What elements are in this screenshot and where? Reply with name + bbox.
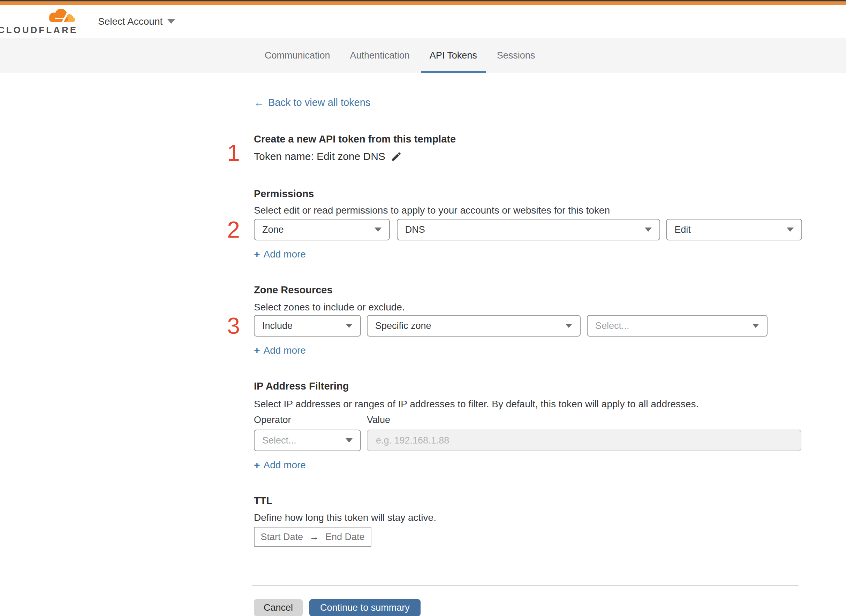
edit-token-name-button[interactable] [391,151,402,162]
section-description: Select edit or read permissions to apply… [254,204,802,217]
chevron-down-icon [375,227,381,232]
zone-picker-select[interactable]: Select... [587,315,768,337]
tab-communication[interactable]: Communication [256,38,339,73]
token-name-section: 1 Create a new API token from this templ… [254,132,802,164]
arrow-right-icon: → [309,531,319,543]
plus-icon: + [254,248,260,261]
profile-tabbar: Communication Authentication API Tokens … [0,38,846,73]
chevron-down-icon [645,227,652,232]
step-number-3: 3 [227,314,240,337]
section-description: Select IP addresses or ranges of IP addr… [254,397,802,411]
add-more-label: Add more [263,344,306,357]
chevron-down-icon [752,324,759,328]
cancel-button[interactable]: Cancel [254,599,303,616]
ttl-date-range-picker[interactable]: Start Date → End Date [254,527,371,547]
section-heading: IP Address Filtering [254,380,802,393]
ip-operator-select[interactable]: Select... [254,430,361,451]
add-more-label: Add more [263,459,306,471]
ttl-section: TTL Define how long this token will stay… [254,494,802,547]
zone-resources-add-more-link[interactable]: + Add more [254,344,306,357]
permission-scope-select[interactable]: Zone [254,219,390,241]
token-template-form: ← Back to view all tokens 1 Create a new… [254,73,802,616]
account-selector[interactable]: Select Account [98,16,175,27]
end-date-label: End Date [325,532,365,543]
tab-label: Sessions [497,50,535,61]
chevron-down-icon [346,438,353,443]
select-value: Zone [262,224,284,235]
cloudflare-logo[interactable]: CLOUDFLARE [9,7,78,35]
select-value: Select... [262,435,296,446]
plus-icon: + [254,344,260,357]
section-heading: Create a new API token from this templat… [254,132,802,146]
cloudflare-wordmark: CLOUDFLARE [0,25,78,35]
section-heading: Permissions [254,187,802,200]
ip-filtering-add-more-link[interactable]: + Add more [254,459,306,471]
permissions-section: 2 Permissions Select edit or read permis… [254,187,802,261]
zone-include-exclude-select[interactable]: Include [254,315,361,337]
chevron-down-icon [168,19,175,24]
continue-to-summary-button[interactable]: Continue to summary [309,599,421,616]
permission-access-select[interactable]: Edit [666,219,802,241]
section-description: Select zones to include or exclude. [254,301,802,314]
step-number-2: 2 [227,218,240,241]
permission-group-select[interactable]: DNS [397,219,660,241]
select-value: Edit [674,224,691,235]
select-value: Specific zone [375,321,431,331]
ip-filtering-section: IP Address Filtering Select IP addresses… [254,380,802,471]
section-description: Define how long this token will stay act… [254,511,802,524]
top-accent-orange-bar [0,1,846,5]
select-value: DNS [405,224,425,235]
cloudflare-cloud-icon [44,7,78,24]
back-arrow-icon: ← [254,97,264,109]
token-name-text: Token name: Edit zone DNS [254,149,385,164]
account-selector-label: Select Account [98,16,162,27]
operator-label: Operator [254,415,367,425]
zone-resources-section: 3 Zone Resources Select zones to include… [254,283,802,357]
app-header: CLOUDFLARE Select Account [0,5,846,38]
step-number-1: 1 [227,141,240,164]
back-to-tokens-link[interactable]: ← Back to view all tokens [254,97,370,109]
tab-label: API Tokens [430,50,477,61]
plus-icon: + [254,459,260,471]
pencil-icon [391,151,402,162]
section-heading: Zone Resources [254,283,802,296]
chevron-down-icon [346,324,353,328]
start-date-label: Start Date [260,532,303,543]
tab-api-tokens[interactable]: API Tokens [421,38,486,73]
tab-authentication[interactable]: Authentication [341,38,418,73]
add-more-label: Add more [263,248,306,261]
tab-label: Authentication [350,50,410,61]
select-value: Include [262,321,293,331]
chevron-down-icon [787,227,794,232]
section-heading: TTL [254,494,802,507]
tab-sessions[interactable]: Sessions [488,38,544,73]
ip-value-input[interactable] [367,430,801,451]
select-value: Select... [595,321,630,331]
permissions-add-more-link[interactable]: + Add more [254,248,306,261]
zone-scope-select[interactable]: Specific zone [367,315,581,337]
form-footer: Cancel Continue to summary [254,585,802,616]
tab-label: Communication [265,50,330,61]
chevron-down-icon [565,324,572,328]
value-label: Value [367,415,390,425]
footer-divider [252,585,799,586]
back-link-label: Back to view all tokens [268,97,370,109]
